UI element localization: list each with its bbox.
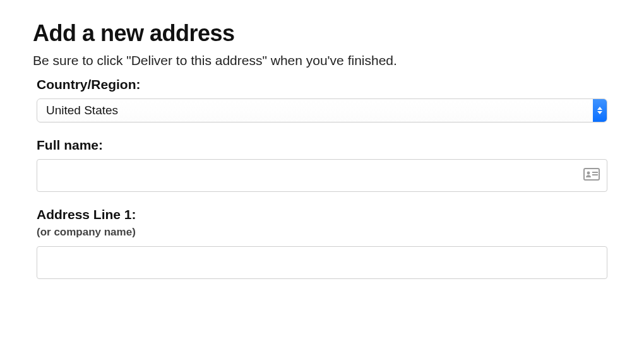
svg-rect-3 [592, 174, 598, 175]
country-select[interactable]: United States [37, 98, 607, 122]
country-select-value: United States [37, 98, 607, 122]
fullname-field-group: Full name: [33, 138, 611, 192]
address1-sublabel: (or company name) [37, 226, 607, 239]
chevron-up-icon [597, 107, 602, 110]
chevron-down-icon [597, 111, 602, 114]
svg-point-1 [587, 172, 590, 175]
fullname-input[interactable] [37, 159, 607, 192]
select-stepper-icon [593, 99, 607, 122]
country-selected-text: United States [46, 104, 118, 117]
contact-card-icon [583, 168, 600, 183]
country-label: Country/Region: [37, 77, 607, 92]
address1-field-group: Address Line 1: (or company name) [33, 207, 611, 279]
svg-rect-2 [592, 172, 598, 173]
address1-input[interactable] [37, 246, 607, 279]
page-subtitle: Be sure to click "Deliver to this addres… [33, 53, 611, 68]
fullname-label: Full name: [37, 138, 607, 153]
page-title: Add a new address [33, 20, 611, 47]
address1-label: Address Line 1: [37, 207, 607, 222]
country-field-group: Country/Region: United States [33, 77, 611, 122]
